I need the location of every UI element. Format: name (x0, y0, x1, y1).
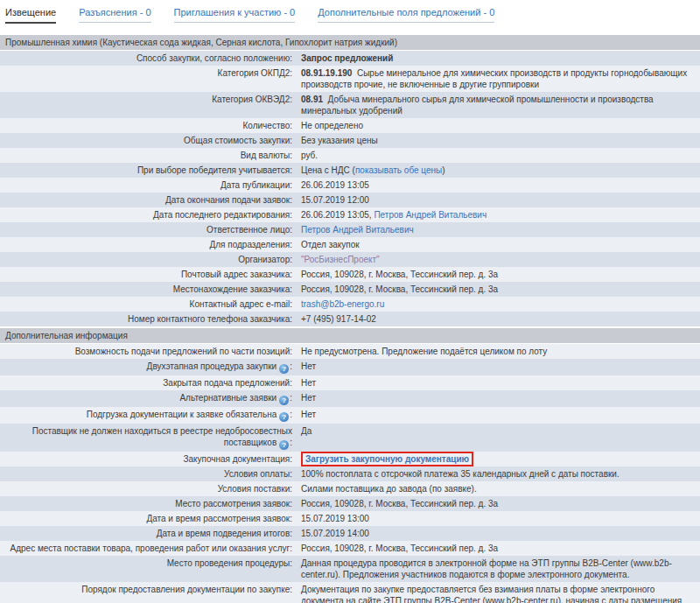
procurement-notice-page: ИзвещениеРазъяснения - 0Приглашения к уч… (0, 0, 700, 603)
field-value: Нет (296, 407, 700, 424)
table-row: Вид валюты:руб. (0, 148, 700, 163)
field-label: Общая стоимость закупки: (0, 133, 296, 148)
table-row: Условия поставки:Силами поставщика до за… (0, 481, 700, 496)
field-label: Место рассмотрения заявок: (0, 496, 296, 511)
value-text: ) (442, 165, 444, 175)
table-row: Дата последнего редактирования:26.06.201… (0, 207, 700, 222)
field-value: Нет (296, 390, 700, 407)
value-text: Не определено (301, 121, 363, 130)
field-label: Дата и время рассмотрения заявок: (0, 511, 296, 526)
field-value: Россия, 109028, г. Москва, Тессинский пе… (296, 496, 700, 511)
value-text: +7 (495) 917-14-02 (301, 314, 376, 324)
value-text: Не предусмотрена. Предложение подаётся ц… (301, 347, 547, 356)
field-value: 08.91.19.190 Сырье минеральное для химич… (296, 66, 700, 92)
field-label: Дата окончания подачи заявок: (0, 193, 296, 207)
table-row: Организатор:"РосБизнесПроект" (0, 252, 700, 267)
show-both-prices-link[interactable]: показывать обе цены (355, 165, 442, 175)
editor-user-link[interactable]: Петров Андрей Витальевич (374, 210, 486, 220)
field-value: 15.07.2019 13:00 (296, 511, 700, 526)
section-header: Промышленная химия (Каустическая сода жи… (0, 34, 700, 51)
value-text: Нет (301, 410, 316, 419)
table-row: Условия оплаты:100% постоплата с отсрочк… (0, 466, 700, 481)
download-docs-link[interactable]: Загрузить закупочную документацию (305, 454, 469, 464)
value-bold: 08.91.19.190 (301, 68, 352, 78)
field-value: Петров Андрей Витальевич (296, 222, 700, 237)
value-text: Документация по закупке предоставляется … (301, 585, 682, 603)
section-header-row: Промышленная химия (Каустическая сода жи… (0, 34, 700, 51)
value-text: руб. (301, 151, 318, 160)
help-icon[interactable]: ? (279, 440, 289, 450)
field-value: trash@b2b-energo.ru (296, 297, 700, 312)
field-label: Для подразделения: (0, 237, 296, 252)
notice-table-body: Промышленная химия (Каустическая сода жи… (0, 34, 700, 603)
help-icon[interactable]: ? (279, 396, 289, 405)
tab-bar: ИзвещениеРазъяснения - 0Приглашения к уч… (0, 0, 700, 28)
tab-invitations[interactable]: Приглашения к участию - 0 (174, 7, 296, 23)
value-text: Данная процедура проводится в электронно… (301, 558, 672, 579)
table-row: Дата окончания подачи заявок:15.07.2019 … (0, 193, 700, 207)
field-label: Местонахождение заказчика: (0, 282, 296, 297)
field-label: Почтовый адрес заказчика: (0, 267, 296, 282)
table-row: Для подразделения:Отдел закупок (0, 237, 700, 252)
value-text: 26.06.2019 13:05 (301, 180, 369, 190)
table-row: Способ закупки, согласно положению:Запро… (0, 51, 700, 67)
field-value: Нет (296, 359, 700, 375)
value-text: Сырье минеральное для химических произво… (301, 68, 687, 89)
field-label: Порядок предоставления документации по з… (0, 582, 296, 603)
field-label: Закупочная документация: (0, 452, 296, 466)
field-value: Без указания цены (296, 133, 700, 148)
table-row: Возможность подачи предложений по части … (0, 344, 700, 360)
field-value: Россия, 109028, г. Москва, Тессинский пе… (296, 282, 700, 297)
field-value: "РосБизнесПроект" (296, 252, 700, 267)
value-text: Отдел закупок (301, 240, 360, 249)
value-text: 15.07.2019 12:00 (301, 195, 369, 205)
field-value: Да (296, 424, 700, 452)
table-row: Номер контактного телефона заказчика:+7 … (0, 312, 700, 327)
email-link[interactable]: trash@b2b-energo.ru (301, 299, 384, 309)
value-text: Цена с НДС ( (301, 165, 355, 175)
value-text: Нет (301, 378, 316, 388)
help-icon[interactable]: ? (279, 364, 289, 374)
tab-clarifications[interactable]: Разъяснения - 0 (79, 7, 150, 23)
field-label: Вид валюты: (0, 148, 296, 163)
value-text: Нет (301, 361, 316, 371)
field-value: Силами поставщика до завода (по заявке). (296, 481, 700, 496)
field-value: 08.91 Добыча минерального сырья для хими… (296, 92, 700, 118)
field-value: +7 (495) 917-14-02 (296, 312, 700, 327)
field-value: Отдел закупок (296, 237, 700, 252)
value-text: Без указания цены (301, 136, 378, 145)
tab-notice[interactable]: Извещение (5, 7, 56, 24)
value-text: Да (301, 426, 312, 436)
value-bold: 08.91 (301, 95, 323, 104)
value-text: Россия, 109028, г. Москва, Тессинский пе… (301, 284, 498, 294)
table-row: Закрытая подача предложений:Нет (0, 375, 700, 390)
responsible-user-link[interactable]: Петров Андрей Витальевич (301, 225, 414, 235)
table-row: Поставщик не должен находиться в реестре… (0, 424, 700, 452)
field-value: Не предусмотрена. Предложение подаётся ц… (296, 344, 700, 360)
table-row: Категория ОКПД2:08.91.19.190 Сырье минер… (0, 66, 700, 92)
table-row: Закупочная документация:Загрузить закупо… (0, 452, 700, 466)
field-value: 26.06.2019 13:05, Петров Андрей Витальев… (296, 207, 700, 222)
value-text: Добыча минерального сырья для химической… (301, 95, 654, 116)
field-label: Контактный адрес e-mail: (0, 297, 296, 312)
field-value: Данная процедура проводится в электронно… (296, 556, 700, 582)
value-text: Россия, 109028, г. Москва, Тессинский пе… (301, 543, 498, 553)
field-label: Ответственное лицо: (0, 222, 296, 237)
field-value: Документация по закупке предоставляется … (296, 582, 700, 603)
table-row: Подгрузка документации к заявке обязател… (0, 407, 700, 424)
table-row: Порядок предоставления документации по з… (0, 582, 700, 603)
value-text: Нет (301, 393, 316, 403)
field-value: 15.07.2019 14:00 (296, 526, 700, 541)
field-value: Не определено (296, 118, 700, 133)
value-text: 15.07.2019 13:00 (301, 514, 369, 523)
organizer-link[interactable]: "РосБизнесПроект" (301, 255, 380, 264)
field-label: Номер контактного телефона заказчика: (0, 312, 296, 327)
field-value: Цена с НДС (показывать обе цены) (296, 163, 700, 178)
tab-additional-fields[interactable]: Дополнительные поля предложений - 0 (318, 7, 494, 23)
field-value: 15.07.2019 12:00 (296, 193, 700, 207)
help-icon[interactable]: ? (279, 412, 289, 422)
field-value: руб. (296, 148, 700, 163)
field-value: Россия, 109028, г. Москва, Тессинский пе… (296, 541, 700, 556)
value-text: Россия, 109028, г. Москва, Тессинский пе… (301, 499, 498, 508)
field-label: Условия оплаты: (0, 466, 296, 481)
